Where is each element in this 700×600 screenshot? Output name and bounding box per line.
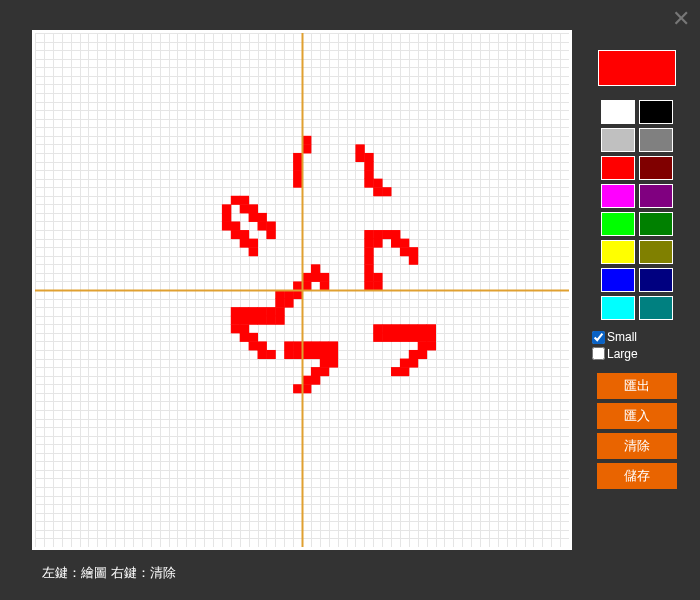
hint-text: 左鍵：繪圖 右鍵：清除 — [42, 564, 176, 582]
color-palette — [592, 100, 682, 320]
size-large-option[interactable]: Large — [592, 347, 638, 361]
pixel-editor-window: ✕ Small Large 匯出 匯入 清除 儲存 左鍵：繪圖 右鍵：清除 — [0, 0, 700, 600]
clear-button[interactable]: 清除 — [597, 433, 677, 459]
close-icon[interactable]: ✕ — [672, 6, 690, 32]
size-small-checkbox[interactable] — [592, 331, 605, 344]
color-swatch[interactable] — [601, 296, 635, 320]
color-swatch[interactable] — [639, 212, 673, 236]
color-swatch[interactable] — [639, 184, 673, 208]
size-small-option[interactable]: Small — [592, 330, 637, 344]
color-swatch[interactable] — [601, 240, 635, 264]
size-large-checkbox[interactable] — [592, 347, 605, 360]
size-large-label: Large — [607, 347, 638, 361]
size-small-label: Small — [607, 330, 637, 344]
color-swatch[interactable] — [601, 184, 635, 208]
color-swatch[interactable] — [601, 156, 635, 180]
color-swatch[interactable] — [639, 296, 673, 320]
pixel-canvas[interactable] — [32, 30, 572, 550]
color-swatch[interactable] — [601, 100, 635, 124]
save-button[interactable]: 儲存 — [597, 463, 677, 489]
color-swatch[interactable] — [639, 240, 673, 264]
color-swatch[interactable] — [601, 268, 635, 292]
export-button[interactable]: 匯出 — [597, 373, 677, 399]
color-swatch[interactable] — [601, 212, 635, 236]
size-options: Small Large — [592, 330, 682, 363]
color-swatch[interactable] — [639, 268, 673, 292]
color-swatch[interactable] — [639, 156, 673, 180]
import-button[interactable]: 匯入 — [597, 403, 677, 429]
color-swatch[interactable] — [639, 100, 673, 124]
current-color-swatch[interactable] — [598, 50, 676, 86]
color-swatch[interactable] — [639, 128, 673, 152]
tool-sidebar: Small Large 匯出 匯入 清除 儲存 — [592, 50, 682, 493]
color-swatch[interactable] — [601, 128, 635, 152]
